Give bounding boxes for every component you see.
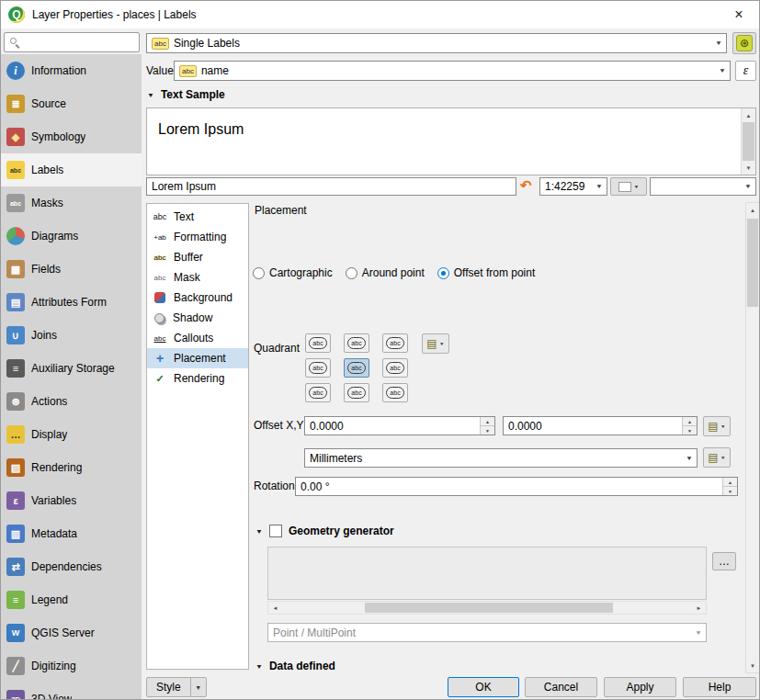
cancel-button[interactable]: Cancel xyxy=(525,677,597,697)
sidebar-item-labels[interactable]: abcLabels xyxy=(1,153,142,186)
close-button[interactable]: × xyxy=(726,6,752,23)
preview-extra-combobox[interactable]: ▼ xyxy=(650,177,756,196)
preview-background-button[interactable]: ▼ xyxy=(610,177,647,196)
geometry-generator-section-header[interactable]: ▼ Geometry generator xyxy=(255,525,394,537)
quadrant-button-1[interactable]: abc xyxy=(344,333,369,353)
scroll-right-button[interactable]: ► xyxy=(692,602,706,614)
style-menu-button[interactable]: Style ▼ xyxy=(146,677,207,697)
spin-buttons[interactable]: ▲▼ xyxy=(682,417,697,435)
scrollbar-thumb[interactable] xyxy=(365,603,613,613)
reset-sample-icon[interactable]: ↶ xyxy=(520,177,532,194)
units-override-button[interactable]: ▤ ▼ xyxy=(703,447,731,468)
tab-background[interactable]: Background xyxy=(147,288,248,308)
scrollbar-thumb[interactable] xyxy=(743,122,754,161)
sidebar-item-qgis-server[interactable]: WQGIS Server xyxy=(1,616,142,649)
label-mode-combobox[interactable]: abc Single Labels ▼ xyxy=(146,33,727,53)
spin-down-icon[interactable]: ▼ xyxy=(723,487,737,495)
scroll-down-button[interactable]: ▼ xyxy=(746,659,759,672)
sidebar-item-auxiliary-storage[interactable]: ≡Auxiliary Storage xyxy=(1,352,142,385)
data-defined-section-header[interactable]: ▼ Data defined xyxy=(255,660,335,672)
quadrant-button-7[interactable]: abc xyxy=(344,383,369,402)
geometry-expression-editor[interactable] xyxy=(267,547,707,600)
radio-offset-from-point[interactable]: Offset from point xyxy=(437,266,535,279)
sidebar-item-variables[interactable]: εVariables xyxy=(1,484,142,517)
radio-label: Offset from point xyxy=(454,266,535,279)
help-button[interactable]: Help xyxy=(683,677,756,697)
expression-browse-button[interactable]: … xyxy=(712,552,736,570)
scroll-up-button[interactable]: ▲ xyxy=(742,108,755,122)
sidebar-item-legend[interactable]: ≡Legend xyxy=(1,583,142,616)
spin-down-icon[interactable]: ▼ xyxy=(683,426,697,435)
sample-text-input[interactable] xyxy=(146,177,516,196)
offset-override-button[interactable]: ▤ ▼ xyxy=(703,416,731,436)
spin-up-icon[interactable]: ▲ xyxy=(481,417,494,426)
sidebar-item-symbology[interactable]: ◆Symbology xyxy=(1,120,142,153)
sidebar-item-display[interactable]: …Display xyxy=(1,418,142,451)
search-input[interactable] xyxy=(24,36,134,49)
rotation-spinbox[interactable]: 0.00 ° ▲▼ xyxy=(295,477,738,496)
geometry-type-combobox[interactable]: Point / MultiPoint ▼ xyxy=(267,623,707,642)
scroll-left-button[interactable]: ◄ xyxy=(268,602,282,614)
ok-button[interactable]: OK xyxy=(448,677,519,697)
offset-x-spinbox[interactable]: 0.0000 ▲▼ xyxy=(304,416,495,435)
quadrant-button-0[interactable]: abc xyxy=(305,333,331,353)
tab-rendering[interactable]: ✓Rendering xyxy=(147,368,248,389)
sidebar-item-joins[interactable]: ∪Joins xyxy=(1,319,142,352)
sidebar-item-information[interactable]: iInformation xyxy=(1,54,142,87)
sidebar-item-dependencies[interactable]: ⇄Dependencies xyxy=(1,550,142,583)
sample-text: Lorem Ipsum xyxy=(158,121,244,138)
spin-down-icon[interactable]: ▼ xyxy=(481,426,494,435)
sidebar-item-rendering[interactable]: ▨Rendering xyxy=(1,451,142,484)
scroll-down-button[interactable]: ▼ xyxy=(742,161,755,175)
sidebar-item-digitizing[interactable]: ╱Digitizing xyxy=(1,649,142,683)
value-field-combobox[interactable]: abc name ▼ xyxy=(174,61,731,81)
tab-shadow[interactable]: Shadow xyxy=(147,308,248,328)
scrollbar-thumb[interactable] xyxy=(747,219,758,307)
sidebar-item-masks[interactable]: abcMasks xyxy=(1,186,142,220)
offset-y-spinbox[interactable]: 0.0000 ▲▼ xyxy=(503,416,698,435)
search-box[interactable] xyxy=(4,32,140,52)
quadrant-override-button[interactable]: ▤ ▼ xyxy=(422,333,449,354)
expression-builder-button[interactable]: ε xyxy=(735,61,756,81)
radio-cartographic[interactable]: Cartographic xyxy=(253,266,333,279)
tab-buffer[interactable]: abcBuffer xyxy=(147,247,248,267)
abc-oval-icon: abc xyxy=(386,362,403,374)
sidebar-item-diagrams[interactable]: Diagrams xyxy=(1,220,142,253)
scale-combobox[interactable]: 1:42259 ▼ xyxy=(539,177,607,196)
sidebar-item-3d-view[interactable]: 3D3D View xyxy=(1,683,142,699)
labels-abc-icon: abc xyxy=(152,38,169,50)
style-menu-arrow[interactable]: ▼ xyxy=(190,677,207,697)
style-menu-label[interactable]: Style xyxy=(146,677,191,697)
sidebar-item-fields[interactable]: ▦Fields xyxy=(1,253,142,286)
spin-up-icon[interactable]: ▲ xyxy=(723,478,737,487)
tab-text[interactable]: abcText xyxy=(147,207,248,227)
panel-scrollbar[interactable]: ▲ ▼ xyxy=(745,202,760,673)
scroll-up-button[interactable]: ▲ xyxy=(746,203,759,217)
sidebar-item-source[interactable]: ≣Source xyxy=(1,87,142,120)
quadrant-button-6[interactable]: abc xyxy=(305,383,331,402)
quadrant-button-4[interactable]: abc xyxy=(344,358,369,378)
quadrant-button-2[interactable]: abc xyxy=(382,333,408,353)
expression-hscrollbar[interactable]: ◄ ► xyxy=(267,601,707,615)
tab-callouts[interactable]: abcCallouts xyxy=(147,328,248,348)
auto-placement-settings-button[interactable]: ⊛ xyxy=(732,32,756,54)
sidebar-item-attributes-form[interactable]: ▤Attributes Form xyxy=(1,286,142,319)
spin-up-icon[interactable]: ▲ xyxy=(683,417,697,426)
quadrant-button-8[interactable]: abc xyxy=(382,383,408,402)
sidebar-item-metadata[interactable]: ▥Metadata xyxy=(1,517,142,550)
quadrant-button-5[interactable]: abc xyxy=(382,358,408,378)
sidebar-item-label: Joins xyxy=(31,329,57,342)
text-sample-section-header[interactable]: ▼ Text Sample xyxy=(147,88,225,101)
sidebar-item-actions[interactable]: ⊛Actions xyxy=(1,385,142,418)
spin-buttons[interactable]: ▲▼ xyxy=(722,478,737,495)
tab-mask[interactable]: abcMask xyxy=(147,267,248,288)
sample-scrollbar[interactable]: ▲ ▼ xyxy=(741,108,755,175)
radio-around-point[interactable]: Around point xyxy=(346,266,425,279)
quadrant-button-3[interactable]: abc xyxy=(305,358,331,378)
geometry-generator-checkbox[interactable] xyxy=(269,525,282,537)
offset-units-combobox[interactable]: Millimeters ▼ xyxy=(304,448,698,468)
tab-formatting[interactable]: +abFormatting xyxy=(147,227,248,247)
apply-button[interactable]: Apply xyxy=(604,677,676,697)
spin-buttons[interactable]: ▲▼ xyxy=(480,417,494,435)
tab-placement[interactable]: +Placement xyxy=(147,348,248,368)
